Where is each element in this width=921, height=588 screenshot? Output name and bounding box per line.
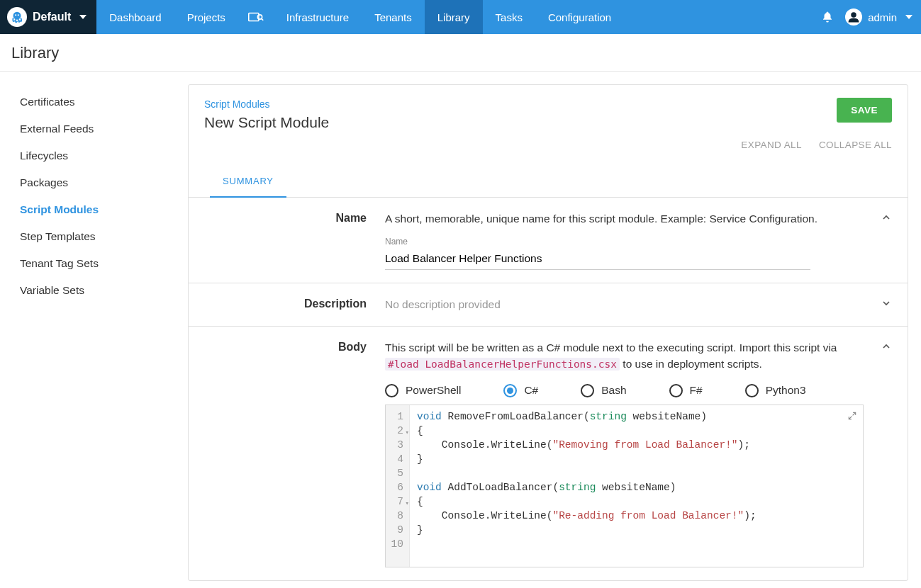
radio-icon [385, 384, 398, 397]
user-menu[interactable]: admin [845, 9, 912, 26]
sidebar-item-script-modules[interactable]: Script Modules [0, 196, 188, 223]
nav-tab-dashboard[interactable]: Dashboard [96, 0, 174, 34]
project-search-icon[interactable] [238, 0, 274, 34]
editor-gutter: 12345678910 [386, 405, 410, 567]
editor-code[interactable]: void RemoveFromLoadBalancer(string websi… [410, 405, 863, 567]
sidebar-item-external-feeds[interactable]: External Feeds [0, 115, 188, 142]
nav-tab-configuration[interactable]: Configuration [535, 0, 624, 34]
collapse-all-button[interactable]: COLLAPSE ALL [819, 140, 892, 150]
radio-icon [745, 384, 759, 397]
description-placeholder: No description provided [385, 298, 501, 310]
caret-down-icon [79, 15, 86, 19]
page-title: Library [11, 44, 910, 62]
user-name: admin [868, 11, 897, 23]
language-radio-group: PowerShellC#BashF#Python3 [385, 384, 864, 397]
sidebar-item-certificates[interactable]: Certificates [0, 89, 188, 115]
language-radio-bash[interactable]: Bash [581, 384, 626, 397]
caret-down-icon [905, 15, 912, 19]
description-section: Description No description provided [189, 283, 908, 326]
expand-all-button[interactable]: EXPAND ALL [741, 140, 802, 150]
script-module-card: Script Modules New Script Module SAVE EX… [188, 84, 908, 581]
nav-tab-library[interactable]: Library [425, 0, 483, 34]
radio-icon [669, 384, 683, 397]
top-nav: Default DashboardProjectsInfrastructureT… [0, 0, 921, 34]
svg-point-0 [13, 12, 21, 20]
code-editor[interactable]: 12345678910 void RemoveFromLoadBalancer(… [385, 405, 864, 567]
radio-icon [503, 384, 517, 397]
fullscreen-icon[interactable] [847, 411, 857, 421]
nav-tab-infrastructure[interactable]: Infrastructure [274, 0, 362, 34]
name-help-text: A short, memorable, unique name for this… [385, 210, 864, 227]
body-section: Body This script will be be written as a… [189, 327, 908, 580]
body-help-text: This script will be be written as a C# m… [385, 339, 864, 373]
sidebar-item-tenant-tag-sets[interactable]: Tenant Tag Sets [0, 250, 188, 277]
nav-tab-projects[interactable]: Projects [174, 0, 238, 34]
language-radio-python3[interactable]: Python3 [745, 384, 806, 397]
breadcrumb-link[interactable]: Script Modules [204, 98, 270, 110]
svg-point-6 [851, 12, 856, 18]
body-label: Body [204, 339, 385, 567]
language-radio-powershell[interactable]: PowerShell [385, 384, 461, 397]
nav-tab-tenants[interactable]: Tenants [362, 0, 425, 34]
sidebar: CertificatesExternal FeedsLifecyclesPack… [0, 72, 188, 588]
nav-tab-tasks[interactable]: Tasks [483, 0, 535, 34]
card-title: New Script Module [204, 114, 329, 131]
expand-toggle[interactable] [881, 298, 892, 309]
avatar-icon [845, 9, 862, 26]
topnav-tabs: DashboardProjectsInfrastructureTenantsLi… [96, 0, 624, 34]
space-name: Default [33, 11, 71, 23]
tab-summary[interactable]: SUMMARY [210, 166, 286, 198]
name-label: Name [204, 210, 385, 270]
name-section: Name A short, memorable, unique name for… [189, 198, 908, 283]
radio-icon [581, 384, 594, 397]
name-field-label: Name [385, 237, 864, 247]
name-input[interactable] [385, 248, 810, 270]
sidebar-item-step-templates[interactable]: Step Templates [0, 223, 188, 250]
space-switcher[interactable]: Default [0, 0, 96, 34]
notifications-icon[interactable] [821, 11, 834, 23]
svg-line-5 [262, 18, 263, 20]
collapse-toggle[interactable] [881, 212, 892, 223]
svg-point-1 [15, 14, 16, 16]
page-header: Library [0, 34, 921, 72]
description-label: Description [204, 296, 385, 312]
sidebar-item-lifecycles[interactable]: Lifecycles [0, 142, 188, 169]
save-button[interactable]: SAVE [837, 98, 892, 123]
language-radio-fsharp[interactable]: F# [669, 384, 703, 397]
import-code-snippet: #load LoadBalancerHelperFunctions.csx [385, 358, 620, 371]
sidebar-item-packages[interactable]: Packages [0, 169, 188, 196]
collapse-toggle[interactable] [881, 341, 892, 352]
sidebar-item-variable-sets[interactable]: Variable Sets [0, 277, 188, 304]
language-radio-csharp[interactable]: C# [503, 384, 538, 397]
svg-point-2 [18, 14, 19, 16]
octopus-logo-icon [7, 7, 27, 27]
